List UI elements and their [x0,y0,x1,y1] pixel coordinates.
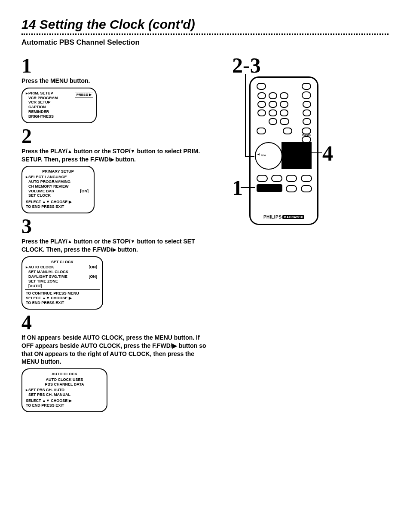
menu-item: SET PBS CH. AUTO [28,388,64,392]
remote-button [269,101,277,108]
remote-button [269,92,277,99]
screen-footer: SELECT ▲▼ CHOOSE ▶ [26,398,103,403]
screen-auto-clock: AUTO CLOCK AUTO CLOCK USES PBS CHANNEL D… [21,368,107,412]
menu-item: BRIGHTNESS [28,114,54,119]
remote-button [303,109,311,116]
page-subtitle: Automatic PBS Channel Selection [21,38,389,47]
dotted-divider [21,33,389,35]
screen-set-clock: SET CLOCK ▸AUTO CLOCK[ON] SET MANUAL CLO… [21,256,103,310]
on-tag: [ON] [89,274,98,279]
callout-line [245,74,246,156]
remote-button [303,118,311,125]
menu-item: CH MEMORY REVIEW [28,184,69,188]
screen-primary-setup: PRIMARY SETUP ▸SELECT LANGUAGE AUTO PROG… [21,166,95,213]
menu-item: SET CLOCK [28,193,51,198]
callout-line [241,187,255,188]
callout-4: 4 [322,141,333,166]
callout-line [303,152,322,153]
step-4-number: 4 [21,312,215,333]
remote-button [271,175,282,182]
menu-item: SELECT LANGUAGE [28,175,67,179]
screen-title: AUTO CLOCK [26,372,103,377]
callout-2-3: 2-3 [232,53,261,78]
screen-title: PRIMARY SETUP [26,169,90,174]
screen-sub: PBS CHANNEL DATA [26,382,103,387]
menu-item: VOLUME BAR [28,189,55,193]
remote-button [283,128,292,134]
remote-menu-button [257,184,282,192]
screen-title: SET CLOCK [26,260,99,264]
remote-button [269,109,277,116]
on-tag: [ON] [80,189,89,194]
page-title: 14 Setting the Clock (cont'd) [21,17,389,32]
menu-item: PRIM. SETUP [28,91,53,95]
menu-item: CAPTION [28,105,46,109]
remote-button [257,101,266,108]
screen-footer: TO END PRESS EXIT [26,403,103,408]
remote-control-illustration: VOLUME ◀ REW PHILIPSMAGNAVOX [249,76,318,225]
step-4-text: If ON appears beside AUTO CLOCK, press t… [21,334,211,366]
screen-footer: SELECT ▲▼ CHOOSE ▶ [26,296,99,301]
step-1-number: 1 [21,55,215,76]
remote-button [301,185,312,192]
remote-button [257,83,266,90]
remote-button [280,109,288,116]
remote-button [280,101,288,108]
menu-item: VCR SETUP [28,100,51,104]
step-3-text: Press the PLAY/▲ button or the STOP/▼ bu… [21,237,211,254]
magnavox-badge: MAGNAVOX [282,215,304,219]
menu-item: DAYLIGHT SVG.TIME [28,274,67,279]
step-1-text: Press the MENU button. [21,77,211,85]
remote-button [303,101,311,108]
right-column: 2-3 [228,53,389,413]
step-3-number: 3 [21,216,215,237]
step-2-text: Press the PLAY/▲ button or the STOP/▼ bu… [21,147,211,164]
callout-line [245,156,254,157]
remote-button [301,175,312,182]
callout-line [303,152,304,158]
on-tag: [ON] [89,265,98,270]
remote-button [286,175,297,182]
menu-item: REMINDER [28,109,49,114]
press-indicator: PRESS ▶ [75,92,93,98]
menu-item: VCR PROGRAM [28,96,58,100]
remote-button [302,83,311,90]
screen-note: TO CONTINUE PRESS MENU [26,291,99,296]
menu-item: SET PBS CH. MANUAL [28,392,70,397]
menu-item: AUTO PROGRAMMING [28,179,70,184]
remote-jog-dial: ◀ REW [255,142,282,170]
remote-button [257,109,266,116]
screen-footer: TO END PRESS EXIT [26,204,90,209]
remote-button [302,91,311,99]
menu-item: SET TIME ZONE [28,279,58,283]
remote-brand: PHILIPSMAGNAVOX [251,215,317,219]
menu-item: SET MANUAL CLOCK [28,270,68,274]
remote-dark-panel [281,142,312,169]
menu-item: [AUTO] [28,284,42,288]
rew-label: REW [261,154,266,157]
screen-sub: AUTO CLOCK USES [26,377,103,382]
remote-button [257,92,266,99]
menu-item: AUTO CLOCK [28,265,54,269]
remote-button [280,118,289,125]
screen-footer: TO END PRESS EXIT [26,301,99,305]
remote-button [280,92,288,99]
screen-footer: SELECT ▲▼ CHOOSE ▶ [26,200,90,204]
remote-button [286,185,297,192]
remote-button [269,118,277,125]
step-2-number: 2 [21,126,215,146]
remote-button [257,175,268,182]
left-column: 1 Press the MENU button. PRESS ▶ ▸PRIM. … [21,53,215,413]
remote-button [257,128,266,134]
screen-main-menu: PRESS ▶ ▸PRIM. SETUP VCR PROGRAM VCR SET… [21,88,97,123]
